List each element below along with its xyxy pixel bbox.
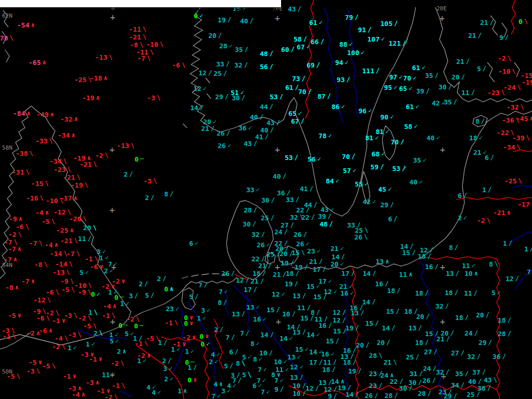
station-tendency-value: 29: [478, 340, 487, 345]
tendency-characteristic-icon: /: [223, 299, 227, 306]
tendency-characteristic-icon: /: [435, 263, 438, 270]
station-report: 5/: [189, 294, 198, 301]
station-report: -34\: [49, 158, 67, 165]
station-report: 20/: [280, 250, 293, 258]
station-report: -21\: [129, 34, 147, 41]
station-tendency-value: 0: [184, 321, 188, 326]
station-tendency-value: 16: [375, 281, 383, 287]
station-tendency-value: 32: [435, 303, 444, 309]
station-report: 10∧: [464, 270, 478, 277]
station-report: -3\: [68, 331, 82, 339]
tendency-characteristic-icon: /: [270, 63, 273, 70]
tendency-characteristic-icon: ✓: [349, 41, 353, 48]
tendency-characteristic-icon: /: [246, 329, 249, 337]
station-report: 91/: [358, 26, 371, 34]
tendency-characteristic-icon: ✓: [297, 353, 301, 361]
station-tendency-value: -14: [50, 251, 62, 257]
station-tendency-value: 20: [377, 340, 385, 345]
tendency-characteristic-icon: /: [168, 357, 171, 364]
station-report: 7✓: [258, 366, 267, 374]
tendency-characteristic-icon: /: [445, 302, 449, 310]
station-tendency-value: 43: [267, 120, 275, 126]
station-report: -1\: [112, 382, 125, 390]
station-report: 21/: [468, 32, 482, 39]
station-report: -54∧: [17, 22, 35, 29]
station-tendency-value: 30: [399, 385, 407, 391]
station-report: 73/: [292, 75, 305, 83]
station-report: 40/: [240, 18, 254, 25]
station-report: -3\: [143, 178, 157, 185]
station-tendency-value: -2: [498, 56, 506, 61]
tendency-characteristic-icon: /: [235, 348, 238, 355]
tendency-characteristic-icon: ∨: [205, 332, 209, 340]
tendency-characteristic-icon: \: [501, 89, 504, 96]
station-report: 3✓: [201, 307, 210, 314]
tendency-characteristic-icon: /: [418, 379, 422, 386]
station-report: 43/: [288, 6, 301, 13]
station-tendency-value: 15: [295, 347, 303, 352]
tendency-characteristic-icon: /: [151, 194, 154, 201]
station-tendency-value: -5: [83, 323, 91, 329]
station-tendency-value: -8: [34, 262, 43, 268]
station-tendency-value: 9: [499, 35, 503, 41]
tendency-characteristic-icon: ✓: [229, 42, 233, 49]
tendency-characteristic-icon: ✓: [381, 150, 385, 157]
tendency-characteristic-icon: ∧: [219, 380, 223, 388]
station-tendency-value: 19: [285, 281, 293, 287]
station-report: 2✓: [209, 358, 218, 366]
station-tendency-value: 15: [307, 284, 315, 289]
station-tendency-value: 29: [380, 202, 389, 208]
station-tendency-value: 68: [371, 151, 380, 157]
tendency-characteristic-icon: ∧: [123, 348, 126, 355]
station-tendency-value: 43: [321, 207, 329, 212]
station-tendency-value: 15: [365, 321, 374, 326]
station-tendency-value: 1: [158, 340, 162, 345]
tendency-characteristic-icon: ✓: [285, 366, 289, 373]
station-tendency-value: 0: [164, 286, 168, 292]
station-tendency-value: -21: [63, 175, 75, 180]
station-tendency-value: 36: [277, 190, 285, 196]
station-tendency-value: -9: [78, 289, 86, 295]
station-tendency-value: 13: [287, 354, 296, 360]
tendency-characteristic-icon: /: [425, 289, 429, 297]
station-report: 1✓: [185, 348, 194, 355]
station-report: 18/: [418, 253, 431, 260]
station-report: 93/: [337, 76, 350, 84]
station-report: 14/: [382, 325, 395, 332]
station-tendency-value: 81: [376, 129, 384, 135]
station-report: 26/: [422, 377, 436, 384]
station-tendency-value: 8: [489, 261, 493, 267]
tendency-characteristic-icon: /: [270, 331, 274, 338]
station-report: -4∧: [35, 209, 49, 217]
tendency-characteristic-icon: /: [426, 87, 430, 95]
tendency-characteristic-icon: ∧: [103, 74, 107, 82]
tendency-characteristic-icon: ✓: [224, 288, 228, 295]
station-tendency-value: 1: [88, 310, 92, 315]
tendency-characteristic-icon: \: [52, 362, 56, 369]
station-report: 39/: [318, 213, 331, 220]
tendency-characteristic-icon: ✓: [463, 214, 467, 221]
station-tendency-value: 0: [134, 323, 138, 329]
station-report: 33✓: [246, 187, 260, 194]
station-tendency-value: 30: [243, 221, 251, 227]
station-tendency-value: 21: [309, 259, 317, 264]
station-report: 12/: [236, 277, 249, 284]
station-tendency-value: 35: [235, 47, 243, 52]
station-report: 15/: [300, 315, 314, 322]
station-report: 27/: [451, 350, 464, 357]
station-tendency-value: -7: [21, 278, 30, 284]
tendency-characteristic-icon: ✓: [259, 355, 262, 363]
station-report: 13/: [292, 329, 306, 336]
station-tendency-value: -9: [9, 216, 17, 222]
tendency-characteristic-icon: ─: [140, 322, 143, 329]
station-tendency-value: 93: [337, 77, 345, 83]
station-report: 23/: [369, 382, 382, 390]
tendency-characteristic-icon: \: [526, 134, 529, 141]
station-tendency-value: -1: [52, 318, 60, 324]
station-report: 35/: [235, 46, 248, 54]
latitude-label: 50N: [2, 369, 12, 375]
station-tendency-value: 7: [225, 335, 230, 340]
tendency-characteristic-icon: /: [271, 214, 274, 221]
station-report: -1∨: [52, 317, 65, 325]
tendency-characteristic-icon: \: [63, 157, 66, 165]
